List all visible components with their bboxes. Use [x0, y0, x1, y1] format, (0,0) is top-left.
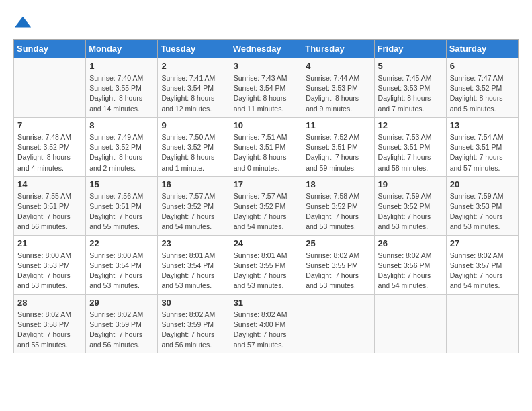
calendar-cell: 18Sunrise: 7:58 AM Sunset: 3:52 PM Dayli…: [302, 176, 374, 235]
day-number: 23: [161, 238, 226, 248]
day-number: 28: [17, 298, 82, 308]
calendar-cell: 7Sunrise: 7:48 AM Sunset: 3:52 PM Daylig…: [14, 117, 86, 176]
day-info: Sunrise: 7:49 AM Sunset: 3:52 PM Dayligh…: [89, 132, 154, 173]
calendar-cell: 11Sunrise: 7:52 AM Sunset: 3:51 PM Dayli…: [302, 117, 374, 176]
calendar-cell: 5Sunrise: 7:45 AM Sunset: 3:53 PM Daylig…: [374, 58, 446, 118]
day-number: 12: [378, 120, 443, 130]
day-number: 25: [306, 238, 370, 248]
day-info: Sunrise: 7:57 AM Sunset: 3:52 PM Dayligh…: [234, 191, 299, 232]
calendar-cell: 29Sunrise: 8:02 AM Sunset: 3:59 PM Dayli…: [86, 294, 158, 353]
day-info: Sunrise: 8:02 AM Sunset: 3:59 PM Dayligh…: [161, 310, 226, 351]
day-info: Sunrise: 7:55 AM Sunset: 3:51 PM Dayligh…: [17, 191, 82, 232]
day-number: 4: [306, 61, 370, 71]
day-info: Sunrise: 8:02 AM Sunset: 3:56 PM Dayligh…: [378, 250, 443, 291]
logo-icon: [13, 13, 32, 32]
calendar-cell: 12Sunrise: 7:53 AM Sunset: 3:51 PM Dayli…: [374, 117, 446, 176]
day-number: 20: [450, 179, 515, 189]
day-info: Sunrise: 8:02 AM Sunset: 3:55 PM Dayligh…: [306, 250, 370, 291]
calendar-week-4: 21Sunrise: 8:00 AM Sunset: 3:53 PM Dayli…: [14, 235, 519, 294]
day-number: 29: [89, 298, 154, 308]
day-number: 22: [89, 238, 154, 248]
day-header-friday: Friday: [374, 40, 446, 58]
day-info: Sunrise: 7:51 AM Sunset: 3:51 PM Dayligh…: [234, 132, 299, 173]
calendar-cell: 9Sunrise: 7:50 AM Sunset: 3:52 PM Daylig…: [158, 117, 230, 176]
day-number: 6: [450, 61, 515, 71]
day-number: 27: [450, 238, 515, 248]
day-number: 1: [89, 61, 154, 71]
calendar-cell: 4Sunrise: 7:44 AM Sunset: 3:53 PM Daylig…: [302, 58, 374, 118]
day-info: Sunrise: 7:54 AM Sunset: 3:51 PM Dayligh…: [450, 132, 515, 173]
calendar-cell: 19Sunrise: 7:59 AM Sunset: 3:52 PM Dayli…: [374, 176, 446, 235]
day-number: 13: [450, 120, 515, 130]
day-info: Sunrise: 7:56 AM Sunset: 3:51 PM Dayligh…: [89, 191, 154, 232]
day-number: 16: [161, 179, 226, 189]
svg-marker-0: [15, 17, 31, 28]
day-info: Sunrise: 8:02 AM Sunset: 4:00 PM Dayligh…: [234, 310, 299, 351]
calendar-cell: 24Sunrise: 8:01 AM Sunset: 3:55 PM Dayli…: [230, 235, 302, 294]
day-info: Sunrise: 7:53 AM Sunset: 3:51 PM Dayligh…: [378, 132, 443, 173]
day-header-tuesday: Tuesday: [158, 40, 230, 58]
calendar-cell: 28Sunrise: 8:02 AM Sunset: 3:58 PM Dayli…: [14, 294, 86, 353]
day-number: 8: [89, 120, 154, 130]
day-number: 9: [161, 120, 226, 130]
day-number: 18: [306, 179, 370, 189]
day-number: 15: [89, 179, 154, 189]
calendar-cell: [374, 294, 446, 353]
calendar-cell: 13Sunrise: 7:54 AM Sunset: 3:51 PM Dayli…: [446, 117, 518, 176]
day-info: Sunrise: 8:02 AM Sunset: 3:59 PM Dayligh…: [89, 310, 154, 351]
day-info: Sunrise: 7:59 AM Sunset: 3:52 PM Dayligh…: [378, 191, 443, 232]
calendar-table: SundayMondayTuesdayWednesdayThursdayFrid…: [13, 39, 519, 353]
calendar-cell: 30Sunrise: 8:02 AM Sunset: 3:59 PM Dayli…: [158, 294, 230, 353]
calendar-cell: 21Sunrise: 8:00 AM Sunset: 3:53 PM Dayli…: [14, 235, 86, 294]
page-header: [13, 13, 519, 32]
day-number: 10: [234, 120, 299, 130]
day-number: 2: [161, 61, 226, 71]
calendar-week-2: 7Sunrise: 7:48 AM Sunset: 3:52 PM Daylig…: [14, 117, 519, 176]
calendar-cell: 23Sunrise: 8:01 AM Sunset: 3:54 PM Dayli…: [158, 235, 230, 294]
calendar-week-5: 28Sunrise: 8:02 AM Sunset: 3:58 PM Dayli…: [14, 294, 519, 353]
calendar-cell: 1Sunrise: 7:40 AM Sunset: 3:55 PM Daylig…: [86, 58, 158, 118]
day-header-monday: Monday: [86, 40, 158, 58]
day-header-saturday: Saturday: [446, 40, 518, 58]
day-number: 21: [17, 238, 82, 248]
day-info: Sunrise: 7:44 AM Sunset: 3:53 PM Dayligh…: [306, 73, 370, 114]
day-number: 19: [378, 179, 443, 189]
day-number: 30: [161, 298, 226, 308]
calendar-cell: 3Sunrise: 7:43 AM Sunset: 3:54 PM Daylig…: [230, 58, 302, 118]
day-number: 26: [378, 238, 443, 248]
day-number: 17: [234, 179, 299, 189]
calendar-cell: 8Sunrise: 7:49 AM Sunset: 3:52 PM Daylig…: [86, 117, 158, 176]
day-info: Sunrise: 7:59 AM Sunset: 3:53 PM Dayligh…: [450, 191, 515, 232]
day-info: Sunrise: 8:01 AM Sunset: 3:55 PM Dayligh…: [234, 250, 299, 291]
calendar-week-1: 1Sunrise: 7:40 AM Sunset: 3:55 PM Daylig…: [14, 58, 519, 118]
calendar-cell: [446, 294, 518, 353]
calendar-cell: 10Sunrise: 7:51 AM Sunset: 3:51 PM Dayli…: [230, 117, 302, 176]
calendar-cell: 2Sunrise: 7:41 AM Sunset: 3:54 PM Daylig…: [158, 58, 230, 118]
day-info: Sunrise: 7:41 AM Sunset: 3:54 PM Dayligh…: [161, 73, 226, 114]
day-info: Sunrise: 7:52 AM Sunset: 3:51 PM Dayligh…: [306, 132, 370, 173]
day-info: Sunrise: 8:00 AM Sunset: 3:53 PM Dayligh…: [17, 250, 82, 291]
calendar-cell: 22Sunrise: 8:00 AM Sunset: 3:54 PM Dayli…: [86, 235, 158, 294]
calendar-cell: 14Sunrise: 7:55 AM Sunset: 3:51 PM Dayli…: [14, 176, 86, 235]
day-header-sunday: Sunday: [14, 40, 86, 58]
day-number: 3: [234, 61, 299, 71]
day-info: Sunrise: 8:02 AM Sunset: 3:58 PM Dayligh…: [17, 310, 82, 351]
calendar-cell: 16Sunrise: 7:57 AM Sunset: 3:52 PM Dayli…: [158, 176, 230, 235]
calendar-cell: [302, 294, 374, 353]
calendar-cell: 27Sunrise: 8:02 AM Sunset: 3:57 PM Dayli…: [446, 235, 518, 294]
calendar-cell: 17Sunrise: 7:57 AM Sunset: 3:52 PM Dayli…: [230, 176, 302, 235]
calendar-cell: 26Sunrise: 8:02 AM Sunset: 3:56 PM Dayli…: [374, 235, 446, 294]
calendar-week-3: 14Sunrise: 7:55 AM Sunset: 3:51 PM Dayli…: [14, 176, 519, 235]
day-info: Sunrise: 7:48 AM Sunset: 3:52 PM Dayligh…: [17, 132, 82, 173]
day-number: 7: [17, 120, 82, 130]
calendar-body: 1Sunrise: 7:40 AM Sunset: 3:55 PM Daylig…: [14, 58, 519, 353]
day-header-wednesday: Wednesday: [230, 40, 302, 58]
calendar-cell: 25Sunrise: 8:02 AM Sunset: 3:55 PM Dayli…: [302, 235, 374, 294]
day-info: Sunrise: 7:58 AM Sunset: 3:52 PM Dayligh…: [306, 191, 370, 232]
calendar-cell: 20Sunrise: 7:59 AM Sunset: 3:53 PM Dayli…: [446, 176, 518, 235]
day-info: Sunrise: 7:40 AM Sunset: 3:55 PM Dayligh…: [89, 73, 154, 114]
day-number: 14: [17, 179, 82, 189]
day-info: Sunrise: 8:01 AM Sunset: 3:54 PM Dayligh…: [161, 250, 226, 291]
calendar-cell: 15Sunrise: 7:56 AM Sunset: 3:51 PM Dayli…: [86, 176, 158, 235]
day-info: Sunrise: 7:45 AM Sunset: 3:53 PM Dayligh…: [378, 73, 443, 114]
